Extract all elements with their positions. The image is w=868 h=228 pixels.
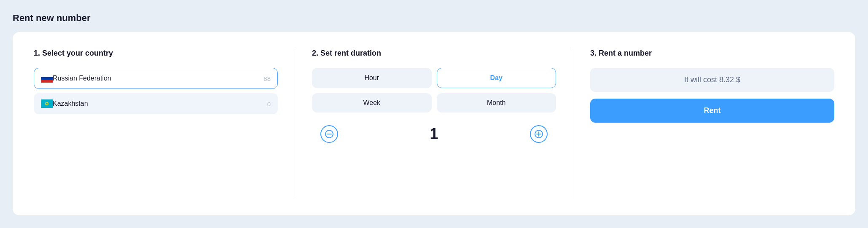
main-card: 1. Select your country Russian Federatio… — [13, 32, 855, 215]
rent-button[interactable]: Rent — [590, 99, 834, 123]
section-rent-title: 3. Rent a number — [590, 49, 834, 58]
duration-week-button[interactable]: Week — [312, 93, 432, 113]
increment-button[interactable] — [530, 125, 548, 143]
divider-1 — [295, 49, 295, 198]
duration-hour-button[interactable]: Hour — [312, 68, 432, 88]
svg-rect-2 — [41, 77, 53, 80]
flag-russia-icon — [41, 74, 53, 83]
svg-rect-1 — [41, 74, 53, 77]
country-item-kazakhstan[interactable]: Kazakhstan 0 — [34, 93, 278, 114]
section-rent: 3. Rent a number It will cost 8.32 $ Ren… — [578, 49, 834, 198]
quantity-row: 1 — [312, 121, 556, 147]
country-item-russia[interactable]: Russian Federation 88 — [34, 68, 278, 89]
divider-2 — [573, 49, 573, 198]
quantity-value: 1 — [430, 125, 438, 143]
flag-kazakhstan-icon — [41, 99, 53, 108]
section-country: 1. Select your country Russian Federatio… — [34, 49, 290, 198]
section-duration-title: 2. Set rent duration — [312, 49, 556, 58]
page-title: Rent new number — [13, 13, 855, 24]
duration-month-button[interactable]: Month — [437, 93, 556, 113]
duration-day-button[interactable]: Day — [437, 68, 556, 88]
minus-icon — [325, 130, 333, 138]
country-name-russia: Russian Federation — [53, 75, 263, 82]
duration-grid: Hour Day Week Month — [312, 68, 556, 113]
country-count-kazakhstan: 0 — [267, 100, 271, 107]
country-list: Russian Federation 88 Kazakhstan 0 — [34, 68, 278, 114]
country-name-kazakhstan: Kazakhstan — [53, 100, 267, 107]
svg-rect-3 — [41, 80, 53, 83]
section-country-title: 1. Select your country — [34, 49, 278, 58]
section-duration: 2. Set rent duration Hour Day Week Month… — [299, 49, 569, 198]
plus-icon — [535, 130, 543, 138]
cost-display: It will cost 8.32 $ — [590, 68, 834, 92]
decrement-button[interactable] — [320, 125, 338, 143]
country-count-russia: 88 — [263, 75, 271, 82]
